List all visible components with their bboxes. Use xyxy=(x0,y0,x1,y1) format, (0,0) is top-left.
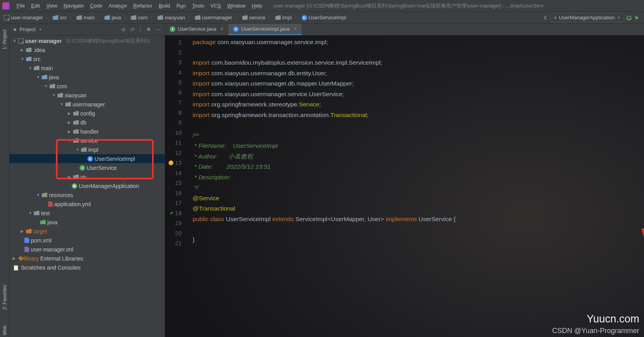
tree-vo[interactable]: ▶vo xyxy=(9,172,165,181)
tab-web[interactable]: Web xyxy=(1,324,8,337)
interface-icon: I xyxy=(170,26,175,32)
module-icon xyxy=(4,15,9,20)
folder-icon xyxy=(242,15,248,20)
tree-app-class[interactable]: ✿UserManagerApplication xyxy=(9,181,165,190)
crumb-main[interactable]: main xyxy=(76,15,95,20)
tree-idea[interactable]: ▶.idea xyxy=(9,45,165,54)
folder-icon xyxy=(275,15,281,20)
navigation-bar: user-manager〉 src〉 main〉 java〉 com〉 xiao… xyxy=(0,12,644,24)
test-folder-icon xyxy=(40,220,46,224)
project-tree[interactable]: ▼user-manager G:\CSDN教程\SpringBoot项目系列\S… xyxy=(9,35,165,337)
run-icon[interactable] xyxy=(634,15,640,21)
tree-scratches[interactable]: 📋Scratches and Consoles xyxy=(9,263,165,272)
crumb-java[interactable]: java xyxy=(104,15,121,20)
resources-icon xyxy=(42,193,47,197)
folder-icon xyxy=(104,15,110,20)
code-editor[interactable]: 1 2 3 4 5 6 7 8 9 10 11 12 13 14 15 16 1… xyxy=(165,35,644,337)
folder-icon xyxy=(65,102,71,106)
crumb-usermanager[interactable]: usermanager xyxy=(195,15,232,20)
crumb-com[interactable]: com xyxy=(131,15,148,20)
menu-tools[interactable]: Tools xyxy=(189,1,207,10)
tree-com[interactable]: ▼com xyxy=(9,82,165,91)
menu-vcs[interactable]: VCS xyxy=(207,1,224,10)
menu-help[interactable]: Help xyxy=(249,1,265,10)
tree-service[interactable]: ▼service xyxy=(9,136,165,145)
expand-icon[interactable]: ⇄ xyxy=(130,26,135,32)
crumb-xiaoyuan[interactable]: xiaoyuan xyxy=(158,15,185,20)
tree-resources[interactable]: ▼resources xyxy=(9,190,165,199)
line-gutter: 1 2 3 4 5 6 7 8 9 10 11 12 13 14 15 16 1… xyxy=(165,35,185,337)
implements-gutter-icon[interactable]: ⬈ xyxy=(170,208,173,218)
code-content[interactable]: package com.xiaoyuan.usermanager.service… xyxy=(185,35,644,337)
folder-icon xyxy=(42,75,47,79)
tree-app-yml[interactable]: application.yml xyxy=(9,199,165,209)
tree-handler[interactable]: ▶handler xyxy=(9,127,165,136)
folder-icon xyxy=(26,48,32,52)
tree-root[interactable]: ▼user-manager G:\CSDN教程\SpringBoot项目系列\S xyxy=(9,36,165,45)
watermark-author: CSDN @Yuan-Programmer xyxy=(552,327,639,335)
tree-main[interactable]: ▼main xyxy=(9,63,165,73)
tree-usermanager[interactable]: ▼usermanager xyxy=(9,100,165,109)
folder-icon xyxy=(34,211,39,215)
project-tool-window: ■ Project ▾ ⊕ ⇄ ↕ ✱ — ▼user-manager G:\C… xyxy=(9,24,165,337)
crumb-src[interactable]: src xyxy=(53,15,67,20)
tab-userserviceimpl[interactable]: CUserServiceImpl.java✕ xyxy=(228,24,302,35)
menu-edit[interactable]: Edit xyxy=(28,1,43,10)
folder-icon xyxy=(73,138,79,143)
menu-run[interactable]: Run xyxy=(173,1,189,10)
folder-icon xyxy=(26,229,32,233)
menu-navigate[interactable]: Navigate xyxy=(60,1,87,10)
menu-code[interactable]: Code xyxy=(87,1,106,10)
tree-pom[interactable]: pom.xml xyxy=(9,236,165,245)
select-opened-icon[interactable]: ⊕ xyxy=(121,26,126,32)
tree-java-test[interactable]: java xyxy=(9,218,165,227)
svg-marker-0 xyxy=(635,16,639,20)
hide-icon[interactable]: — xyxy=(156,26,161,32)
class-icon: C xyxy=(302,15,307,20)
close-icon[interactable]: ✕ xyxy=(293,26,297,32)
iml-icon xyxy=(24,247,29,252)
menu-window[interactable]: Window xyxy=(224,1,249,10)
tree-iml[interactable]: user-manager.iml xyxy=(9,245,165,254)
tab-userservice[interactable]: IUserService.java✕ xyxy=(165,24,228,35)
menu-analyze[interactable]: Analyze xyxy=(106,1,130,10)
close-icon[interactable]: ✕ xyxy=(220,26,224,32)
tree-src[interactable]: ▼src xyxy=(9,54,165,63)
tab-favorites[interactable]: 2: Favorites xyxy=(1,283,8,312)
watermark-site: Yuucn.com xyxy=(586,313,639,325)
settings-icon[interactable]: ✱ xyxy=(147,26,151,32)
run-config-selector[interactable]: UserManagerApplication▾ xyxy=(550,13,624,22)
crumb-impl[interactable]: impl xyxy=(275,15,292,20)
tree-userserviceimpl[interactable]: CUserServiceImpl xyxy=(9,154,165,163)
panel-title: Project xyxy=(20,26,35,32)
intention-bulb-icon[interactable] xyxy=(169,160,173,165)
tab-project[interactable]: 1: Project xyxy=(1,28,8,52)
crumb-class[interactable]: CUserServiceImpl xyxy=(302,15,346,20)
tree-config[interactable]: ▶config xyxy=(9,109,165,118)
menu-file[interactable]: File xyxy=(13,1,28,10)
collapse-icon[interactable]: ↕ xyxy=(139,26,142,32)
back-icon[interactable] xyxy=(542,15,549,21)
folder-icon xyxy=(26,57,32,61)
menu-refactor[interactable]: Refactor xyxy=(130,1,156,10)
tree-xiaoyuan[interactable]: ▼xiaoyuan xyxy=(9,91,165,100)
window-title: user-manager [G:\CSDN教程\SpringBoot项目系列\S… xyxy=(273,2,544,9)
tree-java[interactable]: ▼java xyxy=(9,73,165,82)
tree-impl[interactable]: ▼impl xyxy=(9,145,165,154)
folder-icon xyxy=(73,120,79,125)
tree-target[interactable]: ▶target xyxy=(9,227,165,236)
crumb-service[interactable]: service xyxy=(242,15,265,20)
tree-ext-libs[interactable]: ▶�libraryExternal Libraries xyxy=(9,254,165,263)
crumb-root[interactable]: user-manager xyxy=(4,15,43,20)
menu-build[interactable]: Build xyxy=(156,1,173,10)
menu-view[interactable]: View xyxy=(43,1,60,10)
folder-icon xyxy=(50,84,55,88)
folder-icon xyxy=(34,66,39,70)
editor-tabs: IUserService.java✕ CUserServiceImpl.java… xyxy=(165,24,644,35)
build-icon[interactable] xyxy=(626,15,632,21)
tree-userservice[interactable]: IUserService xyxy=(9,163,165,172)
tree-test[interactable]: ▼test xyxy=(9,209,165,218)
spring-class-icon: ✿ xyxy=(72,183,77,189)
folder-icon xyxy=(76,15,82,20)
tree-db[interactable]: ▶db xyxy=(9,118,165,127)
